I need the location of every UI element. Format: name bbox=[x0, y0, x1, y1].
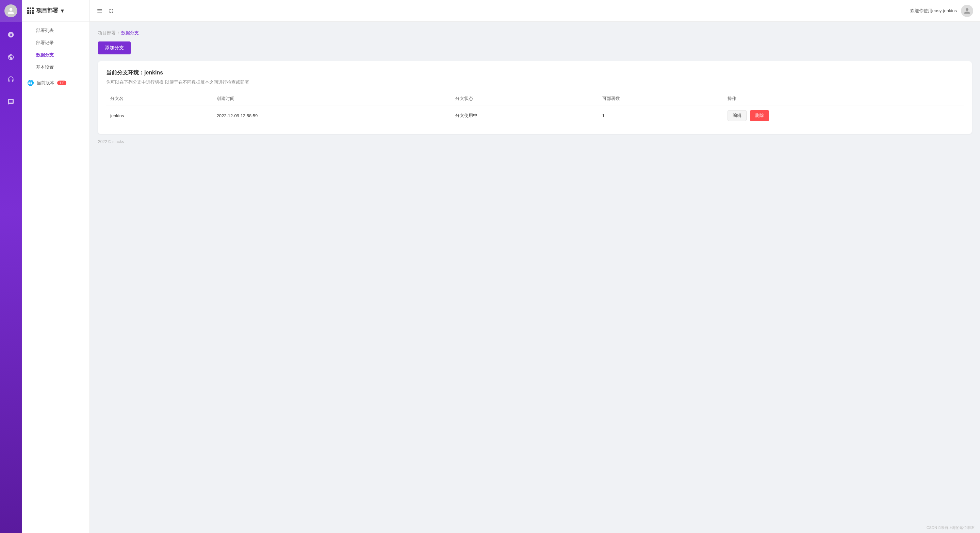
breadcrumb: 项目部署 / 数据分支 bbox=[98, 30, 972, 36]
card-subtitle: 你可以在下列分支中进行切换 以便于在不同数据版本之间进行检查或部署 bbox=[106, 79, 964, 85]
cell-deployable: 1 bbox=[598, 105, 724, 126]
grid-icon bbox=[27, 8, 34, 14]
col-header-deployable: 可部署数 bbox=[598, 92, 724, 105]
sidebar-menu: 部署列表 部署记录 数据分支 基本设置 bbox=[22, 22, 89, 76]
edit-button[interactable]: 编辑 bbox=[727, 110, 746, 121]
col-header-created: 创建时间 bbox=[213, 92, 452, 105]
footer-text: 2022 © stacks bbox=[98, 140, 124, 144]
rail-icons bbox=[5, 22, 17, 533]
globe-icon[interactable] bbox=[5, 51, 17, 63]
top-header: 欢迎你使用easy-jenkins bbox=[90, 0, 980, 22]
sidebar-item-deploy-list[interactable]: 部署列表 bbox=[22, 24, 89, 37]
main-wrapper: 欢迎你使用easy-jenkins 项目部署 / 数据分支 添加分支 当前分支环… bbox=[90, 0, 980, 533]
sidebar-item-deploy-log[interactable]: 部署记录 bbox=[22, 37, 89, 49]
delete-button[interactable]: 删除 bbox=[750, 110, 769, 121]
col-header-status: 分支状态 bbox=[451, 92, 598, 105]
welcome-text: 欢迎你使用easy-jenkins bbox=[910, 8, 957, 14]
globe-small-icon: 🌐 bbox=[27, 79, 34, 86]
sidebar-version[interactable]: 🌐 当前版本 1.0 bbox=[22, 76, 89, 89]
chat-icon[interactable] bbox=[5, 96, 17, 108]
sidebar-item-data-branch[interactable]: 数据分支 bbox=[22, 49, 89, 61]
sidebar-item-basic-settings[interactable]: 基本设置 bbox=[22, 61, 89, 73]
add-branch-button[interactable]: 添加分支 bbox=[98, 41, 130, 54]
fullscreen-icon[interactable] bbox=[108, 8, 115, 14]
table-row: jenkins 2022-12-09 12:58:59 分支使用中 1 编辑 删… bbox=[106, 105, 964, 126]
version-label: 当前版本 bbox=[37, 80, 54, 86]
content-area: 项目部署 / 数据分支 添加分支 当前分支环境：jenkins 你可以在下列分支… bbox=[90, 22, 980, 533]
branch-table: 分支名 创建时间 分支状态 可部署数 操作 jenkins 2022-12-09… bbox=[106, 92, 964, 126]
cell-created: 2022-12-09 12:58:59 bbox=[213, 105, 452, 126]
chevron-down-icon: ▾ bbox=[61, 8, 64, 14]
sidebar-header: 项目部署 ▾ bbox=[22, 0, 89, 22]
page-footer: 2022 © stacks bbox=[98, 134, 972, 144]
rocket-icon[interactable] bbox=[5, 29, 17, 41]
user-avatar-logo bbox=[5, 5, 18, 17]
breadcrumb-parent: 项目部署 bbox=[98, 30, 116, 36]
header-left bbox=[97, 8, 115, 14]
breadcrumb-current[interactable]: 数据分支 bbox=[121, 30, 139, 36]
card-title: 当前分支环境：jenkins bbox=[106, 69, 964, 76]
breadcrumb-sep: / bbox=[118, 30, 119, 36]
user-avatar-header[interactable] bbox=[961, 5, 973, 17]
csdn-footer: CSDN ©来自上海的这位朋友 bbox=[927, 525, 975, 530]
menu-toggle-icon[interactable] bbox=[97, 8, 103, 14]
col-header-actions: 操作 bbox=[724, 92, 964, 105]
icon-rail bbox=[0, 0, 22, 533]
cell-actions: 编辑 删除 bbox=[724, 105, 964, 126]
cell-status: 分支使用中 bbox=[451, 105, 598, 126]
cell-name: jenkins bbox=[106, 105, 213, 126]
col-header-name: 分支名 bbox=[106, 92, 213, 105]
sidebar-title: 项目部署 bbox=[37, 7, 58, 14]
headset-icon[interactable] bbox=[5, 73, 17, 86]
header-right: 欢迎你使用easy-jenkins bbox=[910, 5, 973, 17]
version-badge: 1.0 bbox=[57, 81, 66, 85]
branch-card: 当前分支环境：jenkins 你可以在下列分支中进行切换 以便于在不同数据版本之… bbox=[98, 61, 972, 134]
logo-area[interactable] bbox=[0, 0, 22, 22]
sidebar: 项目部署 ▾ 部署列表 部署记录 数据分支 基本设置 🌐 当前版本 1.0 bbox=[22, 0, 90, 533]
